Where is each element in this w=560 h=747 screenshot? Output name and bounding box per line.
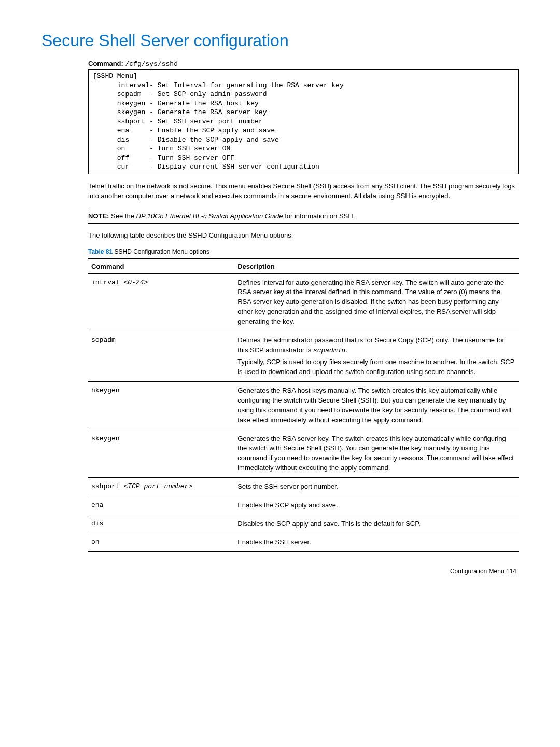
desc-mid: . bbox=[345, 346, 347, 354]
cmd-text: sshport bbox=[91, 482, 123, 490]
table-row: intrval <0-24> Defines interval for auto… bbox=[88, 273, 519, 331]
command-value: /cfg/sys/sshd bbox=[125, 60, 178, 68]
desc-pre: Defines the administrator password that … bbox=[237, 336, 505, 354]
table-row: hkeygen Generates the RSA host keys manu… bbox=[88, 382, 519, 430]
cmd-text: on bbox=[91, 538, 100, 546]
table-caption: Table 81 SSHD Configuration Menu options bbox=[88, 248, 519, 255]
command-line: Command: /cfg/sys/sshd bbox=[88, 60, 519, 68]
cmd-text: scpadm bbox=[91, 336, 116, 344]
cmd-desc: Generates the RSA host keys manually. Th… bbox=[234, 382, 519, 430]
cmd-desc: Enables the SSH server. bbox=[234, 533, 519, 552]
note-block: NOTE: See the HP 10Gb Ethernet BL-c Swit… bbox=[88, 212, 519, 220]
cmd-desc: Generates the RSA server key. The switch… bbox=[234, 430, 519, 477]
cmd-desc: Defines the administrator password that … bbox=[234, 331, 519, 381]
cmd-text: ena bbox=[91, 501, 103, 509]
table-number: Table 81 bbox=[88, 248, 113, 255]
cmd-desc: Defines interval for auto-generating the… bbox=[234, 273, 519, 331]
cmd-text: dis bbox=[91, 520, 103, 528]
cmd-text: hkeygen bbox=[91, 386, 120, 394]
sshd-options-table: Command Description intrval <0-24> Defin… bbox=[88, 258, 519, 552]
sshd-menu-code: [SSHD Menu] interval- Set Interval for g… bbox=[88, 69, 519, 174]
cmd-text: intrval bbox=[91, 279, 123, 286]
page-footer: Configuration Menu 114 bbox=[41, 568, 519, 575]
col-command-header: Command bbox=[88, 259, 234, 274]
table-row: sshport <TCP port number> Sets the SSH s… bbox=[88, 477, 519, 496]
note-post: for information on SSH. bbox=[283, 212, 355, 220]
note-label: NOTE: bbox=[88, 212, 109, 220]
divider-bottom bbox=[88, 223, 519, 224]
cmd-arg: <0-24> bbox=[123, 279, 148, 286]
divider-top bbox=[88, 209, 519, 209]
desc-second-para: Typically, SCP is used to copy files sec… bbox=[237, 357, 515, 377]
table-row: on Enables the SSH server. bbox=[88, 533, 519, 552]
cmd-desc: Enables the SCP apply and save. bbox=[234, 496, 519, 515]
table-intro-paragraph: The following table describes the SSHD C… bbox=[88, 231, 519, 241]
page-title: Secure Shell Server configuration bbox=[41, 31, 519, 50]
col-description-header: Description bbox=[234, 259, 519, 274]
cmd-arg: <TCP port number> bbox=[123, 482, 192, 490]
intro-paragraph: Telnet traffic on the network is not sec… bbox=[88, 182, 519, 201]
table-row: dis Disables the SCP apply and save. Thi… bbox=[88, 515, 519, 533]
command-label: Command: bbox=[88, 60, 123, 67]
table-row: skeygen Generates the RSA server key. Th… bbox=[88, 430, 519, 477]
table-row: scpadm Defines the administrator passwor… bbox=[88, 331, 519, 381]
table-row: ena Enables the SCP apply and save. bbox=[88, 496, 519, 515]
cmd-desc: Sets the SSH server port number. bbox=[234, 477, 519, 496]
note-emphasis: HP 10Gb Ethernet BL-c Switch Application… bbox=[136, 212, 283, 220]
table-caption-text: SSHD Configuration Menu options bbox=[113, 248, 209, 255]
cmd-desc: Disables the SCP apply and save. This is… bbox=[234, 515, 519, 533]
desc-mono: scpadmin bbox=[313, 347, 345, 354]
cmd-text: skeygen bbox=[91, 435, 120, 442]
note-pre: See the bbox=[109, 212, 136, 220]
